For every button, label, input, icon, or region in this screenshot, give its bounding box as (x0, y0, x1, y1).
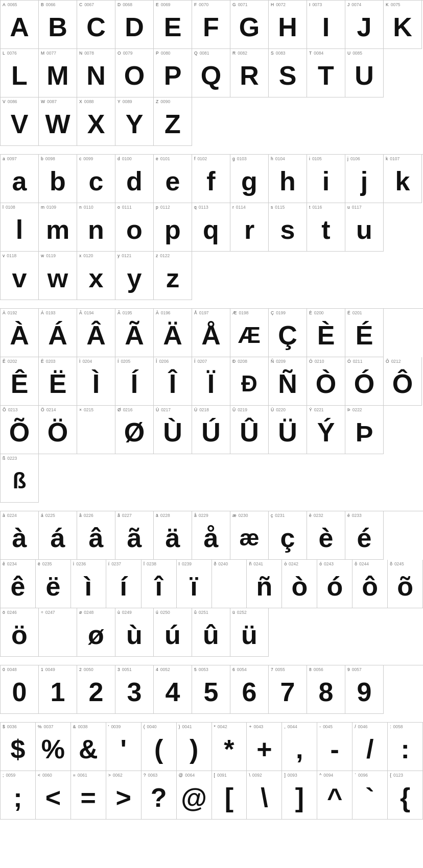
char-name: { (390, 773, 391, 778)
char-name: Ò (309, 359, 313, 364)
char-code: 0219 (238, 407, 247, 412)
glyph-char: + (249, 730, 279, 768)
char-code: 0251 (199, 610, 208, 615)
char-code: 0046 (358, 724, 368, 729)
char-code: 0243 (324, 561, 334, 566)
glyph-cell-0201: É0201É (345, 309, 384, 357)
char-name: t (309, 205, 310, 210)
glyph-char: F (194, 8, 228, 46)
char-code: 0226 (84, 513, 93, 518)
char-code: 0241 (253, 561, 263, 566)
glyph-cell-0102: f0102f (192, 155, 230, 203)
glyph-char: Î (156, 364, 190, 403)
glyph-cell-0045: -0045- (317, 723, 353, 771)
char-code: 0048 (7, 667, 17, 672)
char-name: k (386, 156, 388, 161)
char-name: Å (194, 310, 197, 315)
char-code: 0053 (199, 667, 208, 672)
char-name: m (41, 205, 44, 210)
char-code: 0201 (353, 310, 362, 315)
glyph-cell-0244: ô0244ô (353, 560, 388, 608)
glyph-char: Æ (232, 316, 266, 355)
char-code: 0069 (161, 2, 171, 7)
glyph-char: ë (38, 567, 68, 606)
char-name: æ (232, 513, 237, 518)
char-name: Ï (194, 359, 195, 364)
char-code: 0061 (78, 773, 87, 778)
glyph-char: õ (390, 567, 420, 606)
char-name: Â (79, 310, 82, 315)
glyph-char: Ë (41, 364, 75, 403)
char-name: À (3, 310, 6, 315)
section-gap (0, 657, 423, 665)
char-code: 0238 (147, 561, 156, 566)
glyph-cell-0249: ù0249ù (115, 608, 154, 657)
char-name: E (156, 2, 159, 7)
glyph-row: a0097ab0098bc0099cd0100de0101ef0102fg010… (1, 155, 423, 203)
glyph-cell-0242: ò0242ò (282, 560, 317, 608)
glyph-cell-0200: È0200È (307, 309, 345, 357)
glyph-char: ì (73, 567, 104, 606)
char-code: 0052 (160, 667, 170, 672)
char-name: 9 (347, 667, 350, 672)
char-name: 6 (232, 667, 235, 672)
char-name: O (118, 51, 121, 56)
char-name: u (347, 205, 350, 210)
char-name: é (347, 513, 350, 518)
char-name: V (3, 99, 6, 104)
section-gap (0, 714, 423, 722)
char-name: r (232, 205, 234, 210)
char-code: 0233 (352, 513, 362, 518)
glyph-cell-0075: K0075K (384, 1, 422, 49)
glyph-char: ù (118, 615, 151, 654)
glyph-cell-0219: Û0219Û (230, 406, 269, 454)
char-name: R (232, 51, 236, 56)
glyph-char: w (41, 259, 75, 297)
char-code: 0049 (45, 667, 55, 672)
char-code: 0242 (289, 561, 298, 566)
glyph-cell-0063: ?0063? (142, 771, 177, 820)
glyph-char: ( (144, 730, 174, 768)
glyph-char: b (41, 162, 75, 201)
char-code: 0216 (123, 407, 133, 412)
glyph-char: q (194, 210, 228, 249)
glyph-cell-0055: 700557 (269, 665, 307, 714)
glyph-cell-0215: ×0215 (77, 406, 115, 454)
section-gap (0, 503, 423, 511)
char-name: B (41, 2, 44, 7)
char-code: 0110 (84, 205, 93, 210)
glyph-char: ú (156, 615, 190, 654)
char-code: 0209 (276, 359, 286, 364)
glyph-cell-0074: J0074J (345, 1, 384, 49)
char-name: Í (118, 359, 119, 364)
char-name: z (156, 253, 158, 258)
char-code: 0249 (122, 610, 132, 615)
char-name: $ (3, 724, 5, 729)
char-name: [ (214, 773, 215, 778)
char-code: 0078 (84, 51, 94, 56)
char-code: 0083 (276, 51, 286, 56)
char-name: ø (79, 610, 82, 615)
char-code: 0122 (160, 253, 170, 258)
glyph-cell-0092: \0092\ (247, 771, 282, 820)
char-code: 0104 (275, 156, 285, 161)
char-code: 0109 (46, 205, 56, 210)
char-name: F (194, 2, 197, 7)
glyph-cell-0241: ñ0241ñ (247, 560, 282, 608)
glyph-char: Ý (309, 413, 343, 452)
glyph-char: m (41, 210, 75, 249)
glyph-char: g (232, 162, 266, 201)
glyph-row: ;0059;<0060<=0061=>0062>?0063?@0064@[009… (1, 771, 423, 820)
char-code: 0214 (46, 407, 56, 412)
char-name: , (284, 724, 285, 729)
char-name: ^ (319, 773, 321, 778)
glyph-cell-0226: â0226â (77, 511, 115, 560)
char-name: x (79, 253, 81, 258)
glyph-cell-0053: 500535 (192, 665, 230, 714)
glyph-cell-0080: P0080P (154, 49, 192, 97)
char-name: & (73, 724, 76, 729)
glyph-cell-0073: I0073I (307, 1, 345, 49)
glyph-cell-0246: ö0246ö (1, 608, 39, 657)
glyph-row: v0118vw0119wx0120xy0121yz0122z (1, 252, 423, 300)
char-name: ð (214, 561, 217, 566)
